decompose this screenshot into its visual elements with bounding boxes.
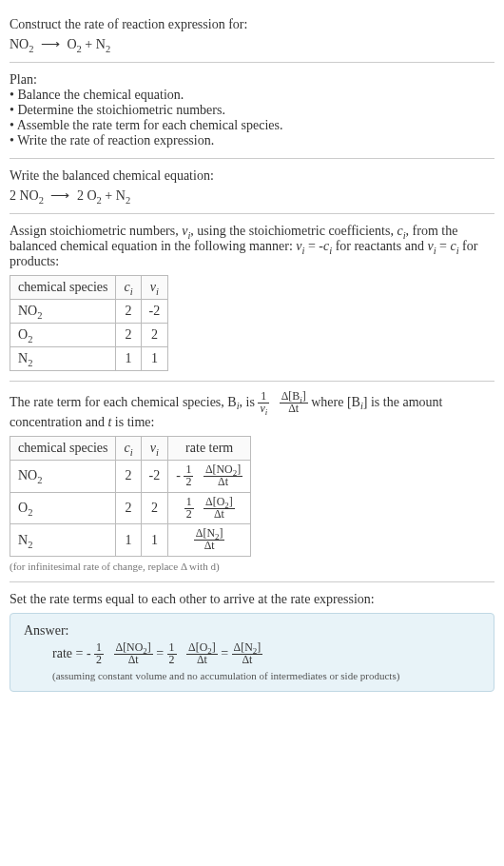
table-row: N2 1 1 Δ[N2]Δt bbox=[10, 524, 251, 557]
table-header-row: chemical species ci νi bbox=[10, 276, 168, 300]
answer-box: Answer: rate = - 12 Δ[NO2]Δt = 12 Δ[O2]Δ… bbox=[10, 613, 494, 692]
col-species: chemical species bbox=[10, 276, 116, 300]
rate-expression: rate = - 12 Δ[NO2]Δt = 12 Δ[O2]Δt = Δ[N2… bbox=[24, 642, 480, 666]
prompt-text: Construct the rate of reaction expressio… bbox=[10, 17, 494, 32]
cell-nui: -2 bbox=[141, 300, 168, 324]
unbalanced-equation: NO2 ⟶ O2 + N2 bbox=[10, 36, 494, 52]
cell-rateterm: 12 Δ[O2]Δt bbox=[168, 492, 251, 524]
balanced-equation: 2 NO2 ⟶ 2 O2 + N2 bbox=[10, 187, 494, 204]
plus-n2: + N2 bbox=[82, 37, 110, 51]
final-section: Set the rate terms equal to each other t… bbox=[10, 582, 494, 701]
cell-species: O2 bbox=[10, 324, 116, 347]
table-row: NO2 2 -2 bbox=[10, 300, 168, 324]
assumption-note: (assuming constant volume and no accumul… bbox=[24, 670, 480, 681]
cell-ci: 2 bbox=[116, 460, 141, 492]
cell-species: N2 bbox=[10, 347, 116, 371]
cell-nui: 2 bbox=[141, 324, 168, 347]
rateterm-section: The rate term for each chemical species,… bbox=[10, 382, 494, 582]
table-row: NO2 2 -2 - 12 Δ[NO2]Δt bbox=[10, 460, 251, 492]
one-over-nu: 1 νi bbox=[258, 391, 269, 415]
dBi-dt: Δ[Bi] Δt bbox=[280, 391, 308, 415]
col-ci: ci bbox=[116, 436, 141, 460]
table-row: N2 1 1 bbox=[10, 347, 168, 371]
cell-rateterm: - 12 Δ[NO2]Δt bbox=[168, 460, 251, 492]
species-no2: NO2 bbox=[10, 37, 33, 51]
cell-species: N2 bbox=[10, 524, 116, 557]
balanced-section: Write the balanced chemical equation: 2 … bbox=[10, 159, 494, 214]
rateterm-intro: The rate term for each chemical species,… bbox=[10, 391, 494, 430]
answer-heading: Answer: bbox=[24, 623, 480, 639]
lhs: 2 NO2 bbox=[10, 188, 44, 203]
rateterm-table: chemical species ci νi rate term NO2 2 -… bbox=[10, 436, 251, 557]
cell-species: NO2 bbox=[10, 300, 116, 324]
plan-bullet-2: • Determine the stoichiometric numbers. bbox=[10, 103, 494, 118]
col-species: chemical species bbox=[10, 436, 116, 460]
infinitesimal-note: (for infinitesimal rate of change, repla… bbox=[10, 561, 494, 572]
cell-nui: 1 bbox=[141, 347, 168, 371]
plan-bullet-1: • Balance the chemical equation. bbox=[10, 88, 494, 103]
prompt-section: Construct the rate of reaction expressio… bbox=[10, 8, 494, 63]
col-nui: νi bbox=[141, 276, 168, 300]
col-ci: ci bbox=[116, 276, 141, 300]
cell-nui: 2 bbox=[141, 492, 168, 524]
plan-bullet-3: • Assemble the rate term for each chemic… bbox=[10, 118, 494, 133]
cell-ci: 1 bbox=[116, 524, 141, 557]
cell-nui: -2 bbox=[141, 460, 168, 492]
table-row: O2 2 2 bbox=[10, 324, 168, 347]
cell-ci: 2 bbox=[116, 300, 141, 324]
rhs-n2: + N2 bbox=[102, 188, 130, 203]
species-o2: O2 bbox=[67, 37, 81, 51]
final-heading: Set the rate terms equal to each other t… bbox=[10, 592, 494, 607]
plan-bullet-4: • Write the rate of reaction expression. bbox=[10, 133, 494, 148]
table-row: O2 2 2 12 Δ[O2]Δt bbox=[10, 492, 251, 524]
col-nui: νi bbox=[141, 436, 168, 460]
cell-species: O2 bbox=[10, 492, 116, 524]
arrow-icon: ⟶ bbox=[47, 187, 73, 203]
arrow-icon: ⟶ bbox=[37, 36, 64, 51]
stoich-table: chemical species ci νi NO2 2 -2 O2 2 2 N… bbox=[10, 275, 168, 371]
rhs-o2: 2 O2 bbox=[77, 188, 102, 203]
cell-ci: 2 bbox=[116, 492, 141, 524]
plan-heading: Plan: bbox=[10, 72, 494, 88]
cell-ci: 1 bbox=[116, 347, 141, 371]
table-header-row: chemical species ci νi rate term bbox=[10, 436, 251, 460]
stoich-section: Assign stoichiometric numbers, νi, using… bbox=[10, 214, 494, 382]
plan-section: Plan: • Balance the chemical equation. •… bbox=[10, 63, 494, 159]
cell-nui: 1 bbox=[141, 524, 168, 557]
cell-rateterm: Δ[N2]Δt bbox=[168, 524, 251, 557]
col-rateterm: rate term bbox=[168, 436, 251, 460]
balanced-heading: Write the balanced chemical equation: bbox=[10, 168, 494, 184]
cell-ci: 2 bbox=[116, 324, 141, 347]
stoich-intro: Assign stoichiometric numbers, νi, using… bbox=[10, 224, 494, 269]
cell-species: NO2 bbox=[10, 460, 116, 492]
